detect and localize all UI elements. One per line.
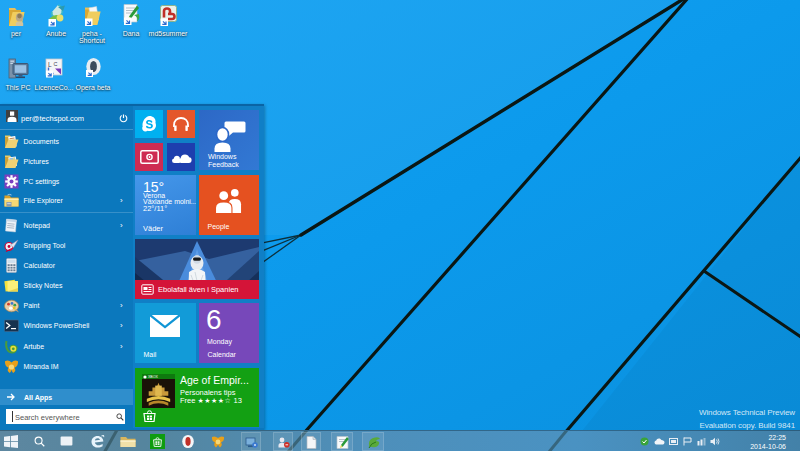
svg-text:XBOX: XBOX: [148, 375, 158, 379]
svg-text:L: L: [48, 61, 52, 68]
svg-text:C: C: [54, 61, 58, 67]
